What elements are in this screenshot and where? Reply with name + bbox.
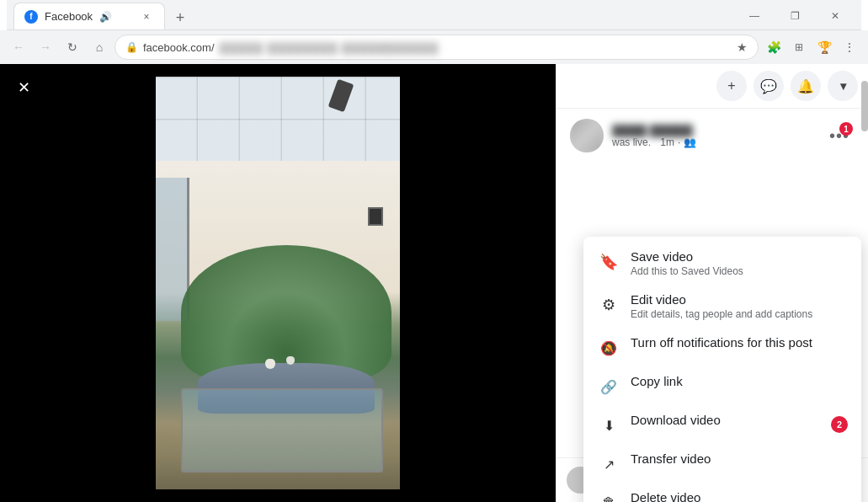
video-close-button[interactable]: ✕ [10, 74, 37, 101]
delete-video-text: Delete video [631, 489, 848, 502]
add-button[interactable]: + [716, 71, 747, 101]
turn-off-notif-title: Turn off notifications for this post [631, 334, 848, 351]
edit-video-icon: ⚙ [597, 293, 620, 317]
account-menu-button[interactable]: ▾ [828, 71, 858, 101]
transfer-video-icon: ↗ [597, 452, 620, 476]
menu-button[interactable]: ⋮ [838, 35, 861, 59]
video-panel: ✕ [0, 64, 556, 502]
post-more-button[interactable]: ••• 1 [824, 120, 855, 151]
bell-icon: 🔔 [797, 78, 814, 94]
copy-link-icon: 🔗 [597, 375, 620, 398]
friends-icon: 👥 [684, 136, 696, 148]
window-controls: — ❐ ✕ [735, 3, 855, 29]
browser-tabs: f Facebook 🔊 × + — ❐ ✕ [0, 0, 868, 30]
new-tab-button[interactable]: + [168, 6, 192, 29]
post-meta: was live. 1m · 👥 [612, 136, 816, 148]
back-button[interactable]: ← [7, 35, 30, 59]
url-blurred: ▓▓▓▓▓ ▓▓▓▓▓▓▓▓ ▓▓▓▓▓▓▓▓▓▓▓ [220, 41, 439, 54]
maximize-button[interactable]: ❐ [775, 3, 814, 29]
browser-right-buttons: 🧩 ⊞ 🏆 ⋮ [762, 35, 861, 59]
post-separator: · [678, 136, 680, 148]
notifications-off-icon: 🔕 [597, 336, 620, 360]
download-video-menu-item[interactable]: ⬇ Download video 2 [583, 405, 861, 444]
download-video-icon: ⬇ [597, 414, 620, 437]
save-video-menu-item[interactable]: 🔖 Save video Add this to Saved Videos [583, 242, 861, 285]
download-video-title: Download video [631, 412, 821, 429]
transfer-video-text: Transfer video [631, 451, 848, 467]
tab-close-button[interactable]: × [139, 9, 154, 24]
turn-off-notifications-menu-item[interactable]: 🔕 Turn off notifications for this post [583, 328, 861, 366]
address-bar[interactable]: 🔒 facebook.com/ ▓▓▓▓▓ ▓▓▓▓▓▓▓▓ ▓▓▓▓▓▓▓▓▓… [114, 35, 759, 60]
save-video-subtitle: Add this to Saved Videos [631, 265, 848, 279]
address-right-icons: ★ [737, 40, 748, 54]
post-header: ▓▓▓▓ ▓▓▓▓▓ was live. 1m · 👥 ••• 1 [556, 109, 868, 163]
delete-video-title: Delete video [631, 489, 848, 502]
edit-video-title: Edit video [631, 291, 848, 308]
forward-button[interactable]: → [34, 35, 57, 59]
post-time: 1m [660, 136, 674, 148]
notifications-button[interactable]: 🔔 [791, 71, 821, 101]
url-text: facebook.com/ [143, 41, 215, 54]
window-close-button[interactable]: ✕ [816, 3, 855, 29]
star-icon[interactable]: ★ [737, 40, 748, 54]
tab-title: Facebook [45, 10, 93, 23]
transfer-video-title: Transfer video [631, 451, 848, 467]
messenger-button[interactable]: 💬 [754, 71, 784, 101]
refresh-button[interactable]: ↻ [61, 35, 84, 59]
chevron-down-icon: ▾ [840, 79, 846, 93]
save-video-text: Save video Add this to Saved Videos [631, 248, 848, 278]
scrollbar-thumb[interactable] [861, 81, 868, 131]
minimize-button[interactable]: — [735, 3, 774, 29]
extensions-button[interactable]: 🧩 [762, 35, 785, 59]
delete-video-menu-item[interactable]: 🗑 Delete video [583, 483, 861, 502]
active-tab[interactable]: f Facebook 🔊 × [13, 3, 165, 29]
copy-link-text: Copy link [631, 373, 848, 390]
lock-icon: 🔒 [125, 41, 138, 53]
turn-off-notif-text: Turn off notifications for this post [631, 334, 848, 351]
post-username[interactable]: ▓▓▓▓ ▓▓▓▓▓ [612, 123, 816, 136]
dropdown-menu: 🔖 Save video Add this to Saved Videos ⚙ … [583, 237, 861, 502]
download-video-badge: 2 [831, 416, 848, 433]
messenger-icon: 💬 [760, 78, 777, 94]
right-panel: + 💬 🔔 ▾ ▓▓▓▓ ▓▓▓▓▓ was live. 1 [556, 64, 868, 502]
tab-favicon: f [24, 10, 38, 24]
profiles-button[interactable]: ⊞ [787, 35, 811, 59]
delete-video-icon: 🗑 [597, 491, 620, 502]
edit-video-text: Edit video Edit details, tag people and … [631, 291, 848, 321]
save-video-icon: 🔖 [597, 250, 620, 274]
edit-video-menu-item[interactable]: ⚙ Edit video Edit details, tag people an… [583, 285, 861, 328]
save-video-title: Save video [631, 248, 848, 265]
main-content: ✕ [0, 64, 868, 502]
copy-link-title: Copy link [631, 373, 848, 390]
plus-icon: + [727, 78, 735, 93]
home-button[interactable]: ⌂ [88, 35, 111, 59]
scrollbar[interactable] [861, 64, 868, 502]
fb-header-actions: + 💬 🔔 ▾ [556, 64, 868, 109]
edit-video-subtitle: Edit details, tag people and add caption… [631, 308, 848, 322]
post-user-info: ▓▓▓▓ ▓▓▓▓▓ was live. 1m · 👥 [612, 123, 816, 148]
post-was-live: was live. [612, 136, 651, 148]
copy-link-menu-item[interactable]: 🔗 Copy link [583, 366, 861, 405]
notification-badge: 1 [839, 122, 853, 136]
tab-sound-icon: 🔊 [99, 11, 112, 23]
transfer-video-menu-item[interactable]: ↗ Transfer video [583, 444, 861, 483]
download-video-text: Download video [631, 412, 821, 429]
trophy-button[interactable]: 🏆 [812, 35, 836, 59]
post-avatar [570, 119, 604, 152]
address-bar-row: ← → ↻ ⌂ 🔒 facebook.com/ ▓▓▓▓▓ ▓▓▓▓▓▓▓▓ ▓… [0, 30, 868, 64]
browser-chrome: f Facebook 🔊 × + — ❐ ✕ ← → ↻ ⌂ 🔒 faceboo… [0, 0, 868, 64]
